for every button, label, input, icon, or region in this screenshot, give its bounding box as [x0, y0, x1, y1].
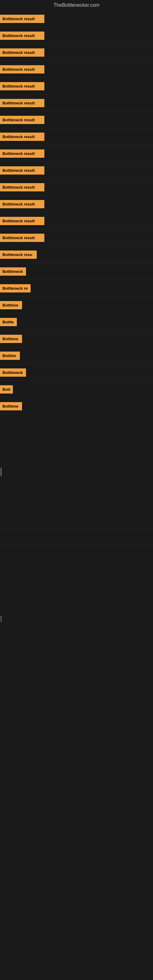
marker-row-2: [0, 613, 153, 626]
bottleneck-bar-21[interactable]: Bottlen: [0, 352, 20, 360]
bottleneck-row-17: Bottleneck re: [0, 280, 153, 297]
bottleneck-bar-6[interactable]: Bottleneck result: [0, 99, 45, 107]
bottleneck-bar-15[interactable]: Bottleneck resu: [0, 250, 37, 259]
bottleneck-row-5: Bottleneck result: [0, 78, 153, 95]
bottleneck-bar-18[interactable]: Bottlene: [0, 301, 22, 309]
bottleneck-row-19: Bottle: [0, 313, 153, 331]
bottleneck-bar-13[interactable]: Bottleneck result: [0, 217, 45, 225]
spacer-row-0: [0, 415, 153, 431]
bottleneck-row-7: Bottleneck result: [0, 111, 153, 128]
spacer-row-final-6: [0, 727, 153, 744]
spacer-row-final-7: [0, 744, 153, 760]
bottleneck-bar-10[interactable]: Bottleneck result: [0, 166, 45, 175]
bottleneck-bar-24[interactable]: Bottlene: [0, 402, 22, 410]
bottleneck-bar-19[interactable]: Bottle: [0, 318, 17, 326]
bottleneck-row-9: Bottleneck result: [0, 145, 153, 162]
bottleneck-row-20: Bottlene: [0, 331, 153, 347]
bottleneck-row-8: Bottleneck result: [0, 128, 153, 145]
bottleneck-bar-8[interactable]: Bottleneck result: [0, 133, 45, 141]
bottleneck-bar-5[interactable]: Bottleneck result: [0, 82, 45, 90]
bottleneck-row-21: Bottlen: [0, 347, 153, 364]
bottleneck-bar-17[interactable]: Bottleneck re: [0, 284, 30, 293]
bottleneck-row-2: Bottleneck result: [0, 27, 153, 44]
bottleneck-row-14: Bottleneck result: [0, 229, 153, 246]
bottleneck-row-15: Bottleneck resu: [0, 246, 153, 263]
bottleneck-row-13: Bottleneck result: [0, 213, 153, 229]
spacer-row-lower-6: [0, 580, 153, 597]
spacer-row-lower-3: [0, 529, 153, 546]
bottleneck-bar-7[interactable]: Bottleneck result: [0, 116, 45, 124]
bottleneck-bar-1[interactable]: Bottleneck result: [0, 15, 45, 23]
bottleneck-row-10: Bottleneck result: [0, 162, 153, 179]
marker-row-1: [0, 465, 153, 479]
spacer-row-final-4: [0, 693, 153, 710]
bottleneck-row-12: Bottleneck result: [0, 196, 153, 213]
spacer-row-lower-7: [0, 597, 153, 613]
spacer-row-final-2: [0, 659, 153, 676]
site-title: TheBottlenecker.com: [0, 0, 153, 10]
bottleneck-bar-14[interactable]: Bottleneck result: [0, 234, 45, 242]
spacer-row-final-0: [0, 626, 153, 643]
spacer-row-2: [0, 449, 153, 465]
bottleneck-row-1: Bottleneck result: [0, 10, 153, 27]
spacer-row-lower-1: [0, 495, 153, 512]
bottleneck-bar-22[interactable]: Bottleneck: [0, 368, 26, 377]
bars-container: Bottleneck resultBottleneck resultBottle…: [0, 10, 153, 760]
spacer-row-lower-0: [0, 479, 153, 495]
bottleneck-bar-3[interactable]: Bottleneck result: [0, 48, 45, 57]
spacer-row-1: [0, 431, 153, 449]
spacer-row-final-1: [0, 643, 153, 659]
bottleneck-row-22: Bottleneck: [0, 364, 153, 381]
bottleneck-bar-4[interactable]: Bottleneck result: [0, 65, 45, 73]
bottleneck-bar-16[interactable]: Bottleneck: [0, 267, 26, 275]
spacer-row-lower-4: [0, 546, 153, 563]
bottleneck-row-18: Bottlene: [0, 297, 153, 313]
spacer-row-lower-2: [0, 512, 153, 529]
spacer-row-final-5: [0, 710, 153, 727]
bottleneck-bar-9[interactable]: Bottleneck result: [0, 150, 45, 158]
bottleneck-row-16: Bottleneck: [0, 263, 153, 280]
bottleneck-row-23: Bott: [0, 381, 153, 398]
bottleneck-row-24: Bottlene: [0, 398, 153, 415]
bottleneck-bar-11[interactable]: Bottleneck result: [0, 183, 45, 191]
bottleneck-row-6: Bottleneck result: [0, 95, 153, 111]
bottleneck-row-4: Bottleneck result: [0, 61, 153, 78]
bottleneck-bar-12[interactable]: Bottleneck result: [0, 200, 45, 208]
site-header: TheBottlenecker.com: [0, 0, 153, 10]
bottleneck-bar-23[interactable]: Bott: [0, 385, 13, 393]
bottleneck-row-3: Bottleneck result: [0, 44, 153, 61]
spacer-row-lower-5: [0, 563, 153, 580]
bottleneck-bar-2[interactable]: Bottleneck result: [0, 32, 45, 40]
bottleneck-row-11: Bottleneck result: [0, 179, 153, 196]
spacer-row-final-3: [0, 676, 153, 693]
bottleneck-bar-20[interactable]: Bottlene: [0, 335, 22, 343]
